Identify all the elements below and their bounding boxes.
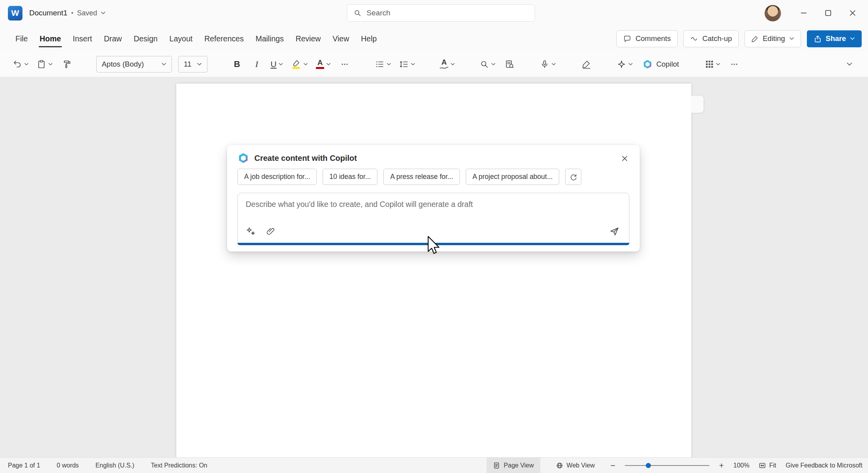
catchup-button[interactable]: Catch-up: [683, 30, 739, 47]
feedback-link[interactable]: Give Feedback to Microsoft: [786, 462, 862, 469]
zoom-out-button[interactable]: −: [610, 461, 615, 470]
more-formatting-button[interactable]: [336, 55, 353, 73]
underline-icon: U: [271, 60, 276, 69]
comment-icon: [623, 35, 631, 43]
ribbon-tabs: File Home Insert Draw Design Layout Refe…: [9, 30, 383, 48]
minimize-button[interactable]: [791, 0, 816, 26]
close-button[interactable]: [840, 0, 865, 26]
rewrite-sparkle-icon[interactable]: [246, 227, 256, 236]
copilot-prompt-toolbar: [246, 224, 623, 239]
line-spacing-button[interactable]: [397, 55, 418, 73]
tab-file[interactable]: File: [9, 30, 34, 48]
tab-references[interactable]: References: [198, 30, 250, 48]
collapse-ribbon-button[interactable]: [841, 55, 858, 73]
refresh-suggestions-button[interactable]: [565, 169, 581, 185]
copilot-button[interactable]: Copilot: [638, 55, 683, 73]
zoom-level[interactable]: 100%: [734, 462, 750, 469]
dictate-button[interactable]: [538, 55, 558, 73]
document-page[interactable]: [176, 84, 691, 457]
statusbar: Page 1 of 1 0 words English (U.S.) Text …: [0, 457, 868, 473]
suggestion-chip-job-description[interactable]: A job description for...: [237, 169, 317, 185]
suggestion-chip-press-release[interactable]: A press release for...: [383, 169, 460, 185]
maximize-button[interactable]: [816, 0, 840, 26]
chevron-down-icon: [789, 37, 794, 40]
copilot-close-button[interactable]: [618, 151, 632, 166]
page-view-icon: [493, 462, 500, 469]
font-name-select[interactable]: Aptos (Body): [96, 56, 172, 73]
find-button[interactable]: [477, 55, 498, 73]
highlight-button[interactable]: [289, 55, 310, 73]
web-view-button[interactable]: Web View: [550, 458, 601, 473]
bullet-list-button[interactable]: [373, 55, 394, 73]
suggestion-chip-project-proposal[interactable]: A project proposal about...: [466, 169, 559, 185]
page-preview-icon: [505, 60, 514, 69]
undo-icon: [13, 60, 22, 69]
search-box[interactable]: Search: [347, 4, 535, 22]
chevron-down-icon: [278, 63, 283, 66]
sparkle-icon: [617, 60, 626, 69]
tab-layout[interactable]: Layout: [164, 30, 199, 48]
chevron-down-icon: [491, 63, 496, 66]
refresh-icon: [569, 173, 577, 181]
tab-mailings[interactable]: Mailings: [250, 30, 290, 48]
close-icon: [849, 9, 857, 17]
font-size-value: 11: [184, 60, 191, 69]
zoom-slider[interactable]: [625, 462, 709, 469]
copilot-dialog-title: Create content with Copilot: [254, 154, 357, 163]
tab-home[interactable]: Home: [34, 30, 67, 48]
tab-view[interactable]: View: [327, 30, 355, 48]
web-view-icon: [556, 462, 563, 469]
underline-button[interactable]: U: [268, 55, 286, 73]
page-side-button[interactable]: [691, 95, 704, 113]
tab-review[interactable]: Review: [289, 30, 327, 48]
document-title-group[interactable]: Document1 • Saved: [29, 9, 106, 17]
ribbon-tab-bar: File Home Insert Draw Design Layout Refe…: [0, 26, 868, 51]
text-predictions-indicator[interactable]: Text Predictions: On: [151, 462, 207, 469]
editing-button[interactable]: Editing: [745, 30, 801, 47]
word-logo-letter: W: [11, 8, 19, 18]
share-button[interactable]: Share: [807, 30, 862, 47]
fit-button[interactable]: Fit: [759, 462, 776, 469]
styles-swoosh: [440, 67, 448, 69]
suggestion-chip-ideas[interactable]: 10 ideas for...: [323, 169, 377, 185]
word-logo[interactable]: W: [8, 6, 22, 20]
comments-label: Comments: [635, 34, 670, 43]
word-count[interactable]: 0 words: [57, 462, 79, 469]
tab-insert[interactable]: Insert: [67, 30, 98, 48]
tab-design[interactable]: Design: [128, 30, 164, 48]
undo-button[interactable]: [10, 55, 31, 73]
comments-button[interactable]: Comments: [616, 30, 677, 47]
page-preview-button[interactable]: [501, 55, 518, 73]
avatar[interactable]: [764, 5, 781, 22]
designer-button[interactable]: [614, 55, 635, 73]
font-size-select[interactable]: 11: [178, 56, 207, 73]
send-button[interactable]: [606, 224, 623, 239]
view-grid-button[interactable]: [703, 55, 723, 73]
page-view-button[interactable]: Page View: [487, 458, 540, 473]
search-icon: [354, 9, 362, 17]
font-color-icon: A: [316, 59, 324, 69]
copilot-label: Copilot: [656, 60, 679, 69]
page-indicator[interactable]: Page 1 of 1: [8, 462, 40, 469]
font-color-button[interactable]: A: [314, 55, 333, 73]
fit-icon: [759, 462, 766, 469]
zoom-slider-thumb[interactable]: [646, 463, 651, 468]
titlebar-right: [764, 0, 865, 26]
italic-button[interactable]: I: [248, 55, 265, 73]
catchup-icon: [690, 35, 698, 43]
more-toolbar-button[interactable]: [726, 55, 743, 73]
language-indicator[interactable]: English (U.S.): [95, 462, 134, 469]
zoom-in-button[interactable]: +: [719, 461, 724, 470]
styles-button[interactable]: A: [437, 55, 457, 73]
zoom-slider-track: [625, 465, 709, 466]
tab-help[interactable]: Help: [355, 30, 383, 48]
paste-button[interactable]: [34, 55, 55, 73]
tab-draw[interactable]: Draw: [98, 30, 128, 48]
bold-button[interactable]: B: [229, 55, 245, 73]
highlighter-icon: [291, 59, 301, 69]
paperclip-icon[interactable]: [266, 227, 275, 236]
editor-button[interactable]: [578, 55, 595, 73]
format-painter-button[interactable]: [58, 55, 75, 73]
copilot-prompt-input[interactable]: [238, 193, 629, 222]
chevron-down-icon: [303, 63, 308, 66]
